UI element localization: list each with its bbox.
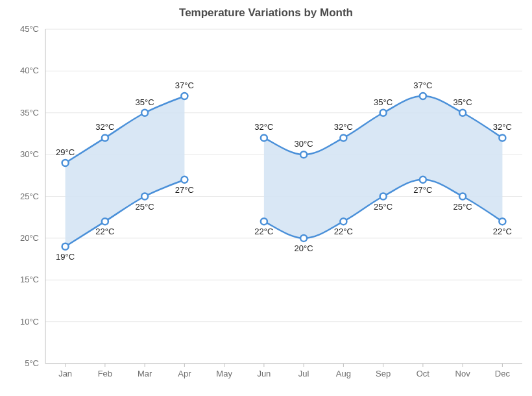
data-label: 35°C bbox=[374, 97, 393, 107]
y-tick-label: 40°C bbox=[20, 66, 39, 75]
data-label: 29°C bbox=[56, 147, 75, 157]
x-tick-label: Sep bbox=[376, 369, 391, 378]
x-tick-label: Feb bbox=[98, 369, 112, 378]
data-label: 25°C bbox=[374, 202, 393, 212]
data-marker bbox=[102, 218, 108, 225]
x-tick-label: Mar bbox=[138, 369, 152, 378]
data-marker bbox=[340, 134, 346, 141]
y-tick-label: 25°C bbox=[20, 192, 39, 201]
data-marker bbox=[459, 193, 466, 200]
chart-svg: 5°C10°C15°C20°C25°C30°C35°C40°C45°CJanFe… bbox=[0, 0, 532, 396]
data-marker bbox=[420, 177, 426, 183]
x-tick-label: Jul bbox=[298, 369, 309, 378]
range-band bbox=[264, 96, 503, 238]
x-tick-label: Jun bbox=[257, 369, 271, 378]
data-label: 32°C bbox=[493, 122, 512, 132]
data-label: 35°C bbox=[136, 97, 154, 107]
y-tick-label: 15°C bbox=[20, 275, 39, 284]
data-label: 32°C bbox=[334, 122, 353, 132]
data-marker bbox=[261, 218, 267, 225]
x-tick-label: Dec bbox=[495, 369, 511, 378]
data-label: 22°C bbox=[334, 227, 353, 236]
data-label: 32°C bbox=[95, 122, 114, 132]
data-marker bbox=[261, 134, 267, 141]
data-marker bbox=[340, 218, 346, 225]
y-tick-label: 45°C bbox=[20, 24, 39, 34]
y-tick-label: 30°C bbox=[20, 149, 39, 159]
x-tick-label: May bbox=[216, 369, 232, 378]
data-marker bbox=[459, 110, 466, 116]
data-marker bbox=[62, 243, 69, 250]
data-label: 32°C bbox=[254, 122, 273, 132]
data-label: 22°C bbox=[254, 227, 273, 236]
y-tick-label: 35°C bbox=[20, 108, 39, 118]
data-label: 27°C bbox=[413, 185, 432, 195]
x-tick-label: Jan bbox=[58, 369, 72, 378]
y-tick-label: 20°C bbox=[20, 233, 39, 243]
data-marker bbox=[300, 235, 307, 241]
data-label: 19°C bbox=[56, 252, 75, 262]
data-label: 35°C bbox=[453, 97, 472, 107]
data-label: 27°C bbox=[175, 185, 194, 195]
data-label: 30°C bbox=[295, 139, 313, 149]
data-label: 22°C bbox=[95, 227, 114, 236]
y-tick-label: 10°C bbox=[20, 317, 39, 327]
range-band bbox=[66, 96, 185, 247]
data-label: 20°C bbox=[295, 243, 313, 253]
data-marker bbox=[102, 134, 108, 141]
data-marker bbox=[62, 160, 69, 166]
data-marker bbox=[380, 193, 387, 200]
y-tick-label: 5°C bbox=[25, 358, 39, 368]
data-marker bbox=[181, 177, 187, 183]
x-tick-label: Nov bbox=[455, 369, 471, 378]
x-tick-label: Aug bbox=[336, 369, 351, 378]
x-tick-label: Oct bbox=[417, 369, 430, 378]
data-label: 37°C bbox=[175, 80, 194, 90]
data-marker bbox=[141, 193, 148, 200]
data-marker bbox=[499, 218, 505, 225]
data-marker bbox=[380, 110, 387, 116]
data-label: 25°C bbox=[136, 202, 154, 212]
data-marker bbox=[499, 134, 505, 141]
data-label: 25°C bbox=[453, 202, 472, 212]
data-label: 37°C bbox=[413, 80, 432, 90]
data-label: 22°C bbox=[493, 227, 512, 236]
data-marker bbox=[300, 151, 307, 158]
range-area-chart: Temperature Variations by Month 5°C10°C1… bbox=[0, 0, 532, 396]
data-marker bbox=[420, 93, 426, 99]
data-marker bbox=[181, 93, 187, 99]
data-marker bbox=[141, 110, 148, 116]
x-tick-label: Apr bbox=[178, 369, 191, 378]
